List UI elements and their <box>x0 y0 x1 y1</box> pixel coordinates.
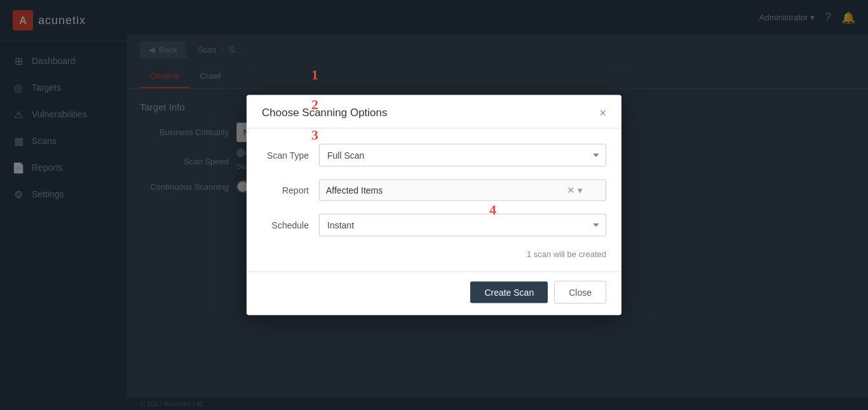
report-row: Report Affected Items ✕ ▾ <box>262 180 606 201</box>
scan-type-label: Scan Type <box>262 150 319 161</box>
schedule-select[interactable]: Instant Once Daily Weekly Monthly <box>319 214 606 237</box>
modal: Choose Scanning Options × Scan Type Full… <box>247 95 621 315</box>
close-modal-button[interactable]: Close <box>554 281 606 304</box>
scan-type-select[interactable]: Full Scan High Risk Vulnerabilities Cros… <box>319 144 606 167</box>
modal-header: Choose Scanning Options × <box>247 95 621 129</box>
modal-close-button[interactable]: × <box>599 107 606 119</box>
scan-info: 1 scan will be created <box>262 249 606 259</box>
report-label: Report <box>262 185 319 195</box>
scan-type-select-wrapper: Full Scan High Risk Vulnerabilities Cros… <box>319 144 606 167</box>
modal-title: Choose Scanning Options <box>262 107 388 119</box>
create-scan-button[interactable]: Create Scan <box>470 282 548 303</box>
modal-footer: Create Scan Close <box>247 272 621 315</box>
schedule-select-wrapper: Instant Once Daily Weekly Monthly <box>319 214 606 237</box>
report-selected-value: Affected Items <box>326 185 383 195</box>
scan-type-row: Scan Type Full Scan High Risk Vulnerabil… <box>262 144 606 167</box>
schedule-label: Schedule <box>262 220 319 230</box>
report-dropdown-icon[interactable]: ▾ <box>578 185 583 196</box>
modal-body: Scan Type Full Scan High Risk Vulnerabil… <box>247 129 621 272</box>
report-multi-select[interactable]: Affected Items ✕ ▾ <box>319 180 606 201</box>
report-select-wrapper: Affected Items ✕ ▾ <box>319 180 606 201</box>
schedule-row: Schedule Instant Once Daily Weekly Month… <box>262 214 606 237</box>
report-clear-icon[interactable]: ✕ <box>567 185 575 196</box>
report-multi-icons: ✕ ▾ <box>567 185 583 196</box>
